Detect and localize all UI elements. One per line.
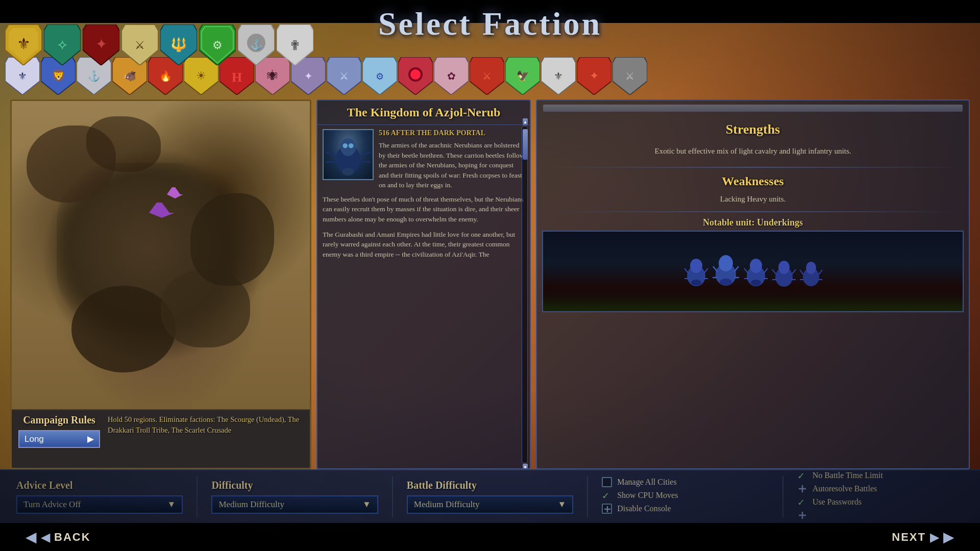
svg-text:🔱: 🔱 [170, 36, 187, 53]
svg-text:⚜: ⚜ [17, 35, 31, 52]
svg-point-59 [340, 138, 356, 156]
back-arrow-left2-icon: ◀ [41, 530, 50, 544]
svg-line-89 [744, 268, 748, 273]
svg-text:⚙: ⚙ [212, 39, 223, 52]
faction-portrait [323, 129, 374, 180]
faction-shield-trident[interactable]: ⚓ [238, 24, 275, 65]
svg-text:✦: ✦ [95, 36, 107, 52]
svg-line-91 [764, 268, 768, 273]
panel-divider-1 [545, 167, 961, 168]
svg-line-98 [772, 269, 776, 274]
panel-divider-2 [545, 211, 961, 212]
svg-point-60 [342, 143, 348, 148]
bottom-nav: ◀ ◀ BACK NEXT ▶ ▶ [0, 523, 980, 551]
dropdown-arrow-icon: ▶ [87, 434, 94, 444]
svg-line-100 [792, 269, 796, 274]
campaign-duration-dropdown[interactable]: Long ▶ [18, 430, 100, 448]
shields-row-1: ⚜ ⟡ ✦ ⚔ 🔱 [0, 20, 980, 69]
svg-text:⚓: ⚓ [88, 70, 101, 82]
beetle-unit-3 [743, 253, 769, 289]
faction-name: The Kingdom of Azjol-Nerub [317, 101, 530, 125]
svg-point-68 [690, 259, 702, 273]
svg-point-77 [719, 255, 733, 271]
next-arrow-right-icon: ▶ [930, 530, 939, 544]
campaign-duration-value: Long [24, 434, 44, 444]
svg-text:⚓: ⚓ [250, 38, 263, 51]
faction-desc-2: These beetles don't pose of much of thre… [317, 194, 530, 230]
beetle-unit-5 [799, 256, 823, 289]
faction-shield-machine[interactable]: ⚙ [199, 24, 236, 65]
back-button[interactable]: ◀ ◀ BACK [15, 524, 101, 549]
svg-text:⚙: ⚙ [376, 71, 384, 82]
svg-line-71 [684, 268, 689, 273]
svg-point-61 [349, 143, 354, 148]
campaign-rules-label: Campaign Rules [16, 414, 103, 426]
unit-image [542, 231, 964, 312]
scroll-thumb [523, 129, 528, 160]
svg-point-66 [342, 168, 354, 176]
svg-marker-57 [167, 187, 183, 198]
beetle-unit-1 [683, 253, 709, 289]
svg-line-80 [713, 266, 717, 271]
weaknesses-title: Weaknesses [537, 170, 969, 192]
svg-point-43 [410, 69, 421, 80]
svg-line-62 [326, 152, 338, 157]
map-panel: Campaign Rules Long ▶ Hold 50 regions. E… [10, 99, 311, 469]
strengths-panel: Strengths Exotic but effective mix of li… [536, 99, 970, 469]
svg-point-95 [778, 261, 790, 274]
svg-text:✟: ✟ [289, 38, 301, 53]
campaign-rules-text: Hold 50 regions. Eliminate factions: The… [108, 414, 306, 436]
faction-shield-dark[interactable]: ✦ [83, 24, 119, 65]
faction-desc-1: The armies of the arachnic Nerubians are… [379, 140, 525, 190]
svg-line-106 [800, 270, 803, 274]
svg-text:⚔: ⚔ [625, 70, 634, 82]
faction-era: 516 AFTER THE DARK PORTAL [379, 129, 525, 137]
svg-text:⚔: ⚔ [482, 70, 492, 82]
svg-text:H: H [232, 70, 242, 85]
notable-unit-label: Notable unit: Underkings [537, 215, 969, 231]
svg-text:✦: ✦ [304, 70, 313, 82]
svg-line-108 [819, 270, 822, 274]
svg-point-75 [691, 280, 701, 286]
svg-point-93 [751, 280, 761, 286]
svg-text:🦁: 🦁 [52, 69, 66, 83]
faction-panel: The Kingdom of Azjol-Nerub [316, 99, 531, 469]
svg-text:⚜: ⚜ [554, 70, 563, 82]
svg-text:☀: ☀ [196, 69, 206, 82]
faction-shield-dragon[interactable]: ⟡ [44, 24, 81, 65]
svg-line-64 [358, 152, 370, 157]
strengths-title: Strengths [537, 116, 969, 143]
weaknesses-text: Lacking Heavy units. [537, 192, 969, 209]
svg-text:🕷: 🕷 [267, 69, 278, 82]
back-arrow-left-icon: ◀ [26, 529, 37, 545]
scroll-bar[interactable]: ▲ ▼ [522, 126, 528, 463]
svg-line-82 [734, 266, 739, 271]
svg-text:🦅: 🦅 [517, 70, 529, 82]
next-button[interactable]: NEXT ▶ ▶ [881, 524, 965, 549]
svg-text:⚔: ⚔ [135, 39, 145, 52]
back-label: BACK [54, 531, 91, 544]
svg-text:⚔: ⚔ [339, 70, 349, 82]
svg-text:🔥: 🔥 [159, 70, 172, 82]
svg-text:✦: ✦ [590, 69, 599, 82]
svg-marker-56 [149, 203, 175, 218]
beetle-unit-4 [772, 255, 796, 289]
svg-point-84 [720, 279, 732, 286]
svg-point-86 [750, 259, 762, 273]
next-arrow-right2-icon: ▶ [943, 529, 954, 545]
strengths-text: Exotic but effective mix of light cavalr… [537, 143, 969, 164]
faction-shield-gold[interactable]: ⚔ [121, 24, 158, 65]
portrait-figure [324, 130, 373, 179]
svg-text:⟡: ⟡ [58, 36, 67, 52]
top-bar: Select Faction [0, 0, 980, 23]
faction-desc-3: The Gurabashi and Amani Empires had litt… [317, 230, 530, 265]
beetle-unit-2 [712, 249, 740, 289]
svg-text:🐗: 🐗 [124, 70, 136, 82]
svg-text:✿: ✿ [447, 70, 456, 82]
faction-shield-imperial[interactable]: ⚜ [5, 24, 42, 65]
svg-text:⚜: ⚜ [18, 70, 27, 82]
svg-point-103 [806, 262, 816, 274]
faction-shield-blueteal[interactable]: 🔱 [160, 24, 197, 65]
next-label: NEXT [892, 531, 926, 544]
faction-shield-cross[interactable]: ✟ [277, 24, 313, 65]
